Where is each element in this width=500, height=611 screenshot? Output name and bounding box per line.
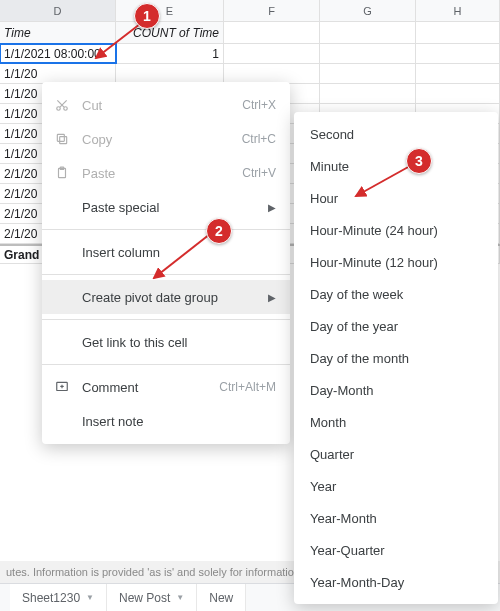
svg-point-0 [57,107,61,111]
separator [42,229,290,230]
blank-cell[interactable] [320,84,416,103]
ctx-copy-label: Copy [82,132,112,147]
copy-icon [54,131,70,147]
callout-3: 3 [406,148,432,174]
sub-day-of-month[interactable]: Day of the month [294,342,498,374]
ctx-cut[interactable]: Cut Ctrl+X [42,88,290,122]
ctx-cut-label: Cut [82,98,102,113]
blank-cell[interactable] [320,64,416,83]
data-cell[interactable] [116,64,224,83]
ctx-paste-label: Paste [82,166,115,181]
context-menu: Cut Ctrl+X Copy Ctrl+C Paste Ctrl+V Past… [42,82,290,444]
ctx-create-pivot-date-group[interactable]: Create pivot date group ▶ [42,280,290,314]
ctx-comment[interactable]: Comment Ctrl+Alt+M [42,370,290,404]
ctx-paste-special[interactable]: Paste special ▶ [42,190,290,224]
svg-rect-2 [60,137,67,144]
chevron-down-icon: ▼ [176,593,184,602]
pivot-date-group-submenu: Second Minute Hour Hour-Minute (24 hour)… [294,112,498,604]
ctx-comment-shortcut: Ctrl+Alt+M [219,380,276,394]
blank-cell[interactable] [320,22,416,43]
sub-hour-minute-24[interactable]: Hour-Minute (24 hour) [294,214,498,246]
sub-day-of-week[interactable]: Day of the week [294,278,498,310]
sub-year-quarter[interactable]: Year-Quarter [294,534,498,566]
sheet-tab-3[interactable]: New [197,584,246,611]
cut-icon [54,97,70,113]
ctx-insert-column-label: Insert column [82,245,160,260]
col-header-g[interactable]: G [320,0,416,21]
sub-day-of-year[interactable]: Day of the year [294,310,498,342]
sub-year-month[interactable]: Year-Month [294,502,498,534]
pivot-header-time[interactable]: Time [0,22,116,43]
pivot-header-count[interactable]: COUNT of Time [116,22,224,43]
chevron-right-icon: ▶ [268,292,276,303]
ctx-get-link[interactable]: Get link to this cell [42,325,290,359]
col-header-f[interactable]: F [224,0,320,21]
sheet-tab-3-label: New [209,591,233,605]
sub-year-month-day[interactable]: Year-Month-Day [294,566,498,598]
sub-month[interactable]: Month [294,406,498,438]
paste-icon [54,165,70,181]
blank-cell[interactable] [416,84,500,103]
blank-cell[interactable] [224,44,320,63]
blank-cell[interactable] [320,44,416,63]
col-header-h[interactable]: H [416,0,500,21]
sub-day-month[interactable]: Day-Month [294,374,498,406]
sub-hour-minute-12[interactable]: Hour-Minute (12 hour) [294,246,498,278]
sub-hour[interactable]: Hour [294,182,498,214]
sheet-tab-2-label: New Post [119,591,170,605]
callout-1: 1 [134,3,160,29]
ctx-paste-special-label: Paste special [82,200,159,215]
svg-rect-3 [57,134,64,141]
ctx-comment-label: Comment [82,380,138,395]
sub-second[interactable]: Second [294,118,498,150]
blank-cell[interactable] [416,64,500,83]
ctx-paste[interactable]: Paste Ctrl+V [42,156,290,190]
blank-cell[interactable] [224,64,320,83]
sheet-tab-2[interactable]: New Post ▼ [107,584,197,611]
svg-point-1 [64,107,68,111]
ctx-get-link-label: Get link to this cell [82,335,188,350]
chevron-down-icon: ▼ [86,593,94,602]
col-header-d[interactable]: D [0,0,116,21]
separator [42,364,290,365]
ctx-cut-shortcut: Ctrl+X [242,98,276,112]
ctx-insert-column[interactable]: Insert column [42,235,290,269]
separator [42,274,290,275]
col-header-e[interactable]: E [116,0,224,21]
chevron-right-icon: ▶ [268,202,276,213]
data-cell[interactable]: 1/1/20 [0,64,116,83]
ctx-insert-note-label: Insert note [82,414,143,429]
sub-year[interactable]: Year [294,470,498,502]
ctx-copy[interactable]: Copy Ctrl+C [42,122,290,156]
ctx-copy-shortcut: Ctrl+C [242,132,276,146]
sheet-tab-1[interactable]: Sheet1230 ▼ [10,584,107,611]
sub-quarter[interactable]: Quarter [294,438,498,470]
ctx-create-group-label: Create pivot date group [82,290,218,305]
active-cell[interactable]: 1/1/2021 08:00:00 [0,44,116,63]
blank-cell[interactable] [224,22,320,43]
ctx-paste-shortcut: Ctrl+V [242,166,276,180]
ctx-insert-note[interactable]: Insert note [42,404,290,438]
separator [42,319,290,320]
data-cell[interactable]: 1 [116,44,224,63]
blank-cell[interactable] [416,44,500,63]
comment-icon [54,379,70,395]
sub-minute[interactable]: Minute [294,150,498,182]
sheet-tab-1-label: Sheet1230 [22,591,80,605]
callout-2: 2 [206,218,232,244]
blank-cell[interactable] [416,22,500,43]
column-header-row: D E F G H [0,0,500,22]
